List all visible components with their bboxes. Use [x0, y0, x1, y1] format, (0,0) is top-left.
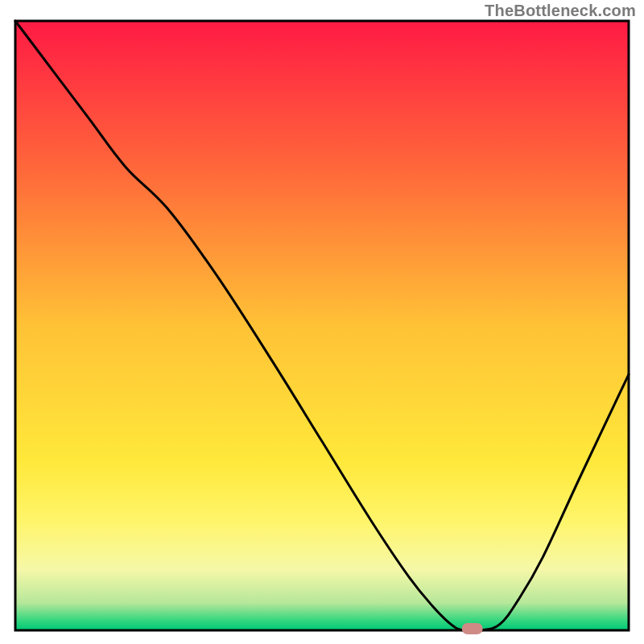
attribution-label: TheBottleneck.com: [485, 2, 636, 20]
bottleneck-chart: [0, 0, 644, 644]
chart-container: TheBottleneck.com: [0, 0, 644, 644]
chart-background: [15, 21, 629, 630]
optimal-marker: [462, 623, 483, 634]
